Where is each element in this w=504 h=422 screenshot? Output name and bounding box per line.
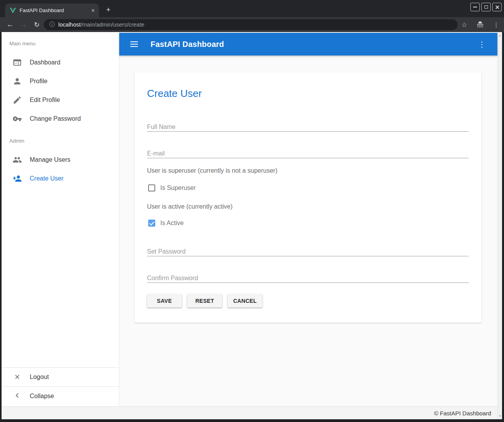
browser-window: FastAPI Dashboard ✕ + ← → ↻ ⓘ localhost/… [0,0,504,422]
tab-title: FastAPI Dashboard [20,7,88,13]
key-icon [13,114,22,123]
confirm-password-field-wrap [147,274,469,283]
browser-toolbar: ← → ↻ ⓘ localhost/main/admin/users/creat… [0,17,504,32]
browser-tab[interactable]: FastAPI Dashboard ✕ [5,4,99,17]
email-input[interactable] [147,149,469,158]
page-footer: © FastAPI Dashboard [2,406,497,419]
window-maximize-button[interactable] [481,3,491,11]
scrollbar-up-icon[interactable]: ▲ [498,34,502,37]
is-superuser-checkbox[interactable]: Is Superuser [147,183,469,193]
app-bar-title: FastAPI Dashboard [151,40,224,49]
sidebar-section-admin: Admin [9,138,119,145]
back-button[interactable]: ← [5,20,16,29]
full-name-field-wrap [147,122,469,132]
sidebar-item-label: Manage Users [30,156,70,163]
full-name-input[interactable] [147,122,469,132]
vue-logo-icon [10,8,16,13]
reload-button[interactable]: ↻ [31,21,42,29]
page-title: Create User [147,72,469,99]
sidebar-item-logout[interactable]: ✕ Logout [2,368,119,386]
sidebar-item-label: Profile [30,78,47,85]
sidebar-item-label: Create User [30,175,63,182]
sidebar-bottom: ✕ Logout Collapse [2,367,119,406]
hamburger-menu-icon[interactable] [130,41,138,47]
bookmark-star-icon[interactable]: ☆ [461,21,467,29]
checkbox-unchecked-icon[interactable] [148,184,155,191]
sidebar-item-label: Collapse [30,393,54,400]
tab-close-icon[interactable]: ✕ [91,8,95,13]
copyright-text: © FastAPI Dashboard [434,410,491,417]
sidebar-item-profile[interactable]: Profile [2,72,119,91]
scrollbar-down-icon[interactable]: ▼ [498,415,502,417]
sidebar-item-label: Dashboard [30,59,60,66]
sidebar-item-dashboard[interactable]: Dashboard [2,53,119,72]
create-user-card: Create User User is superuser (currently… [135,72,481,323]
dashboard-icon [13,58,22,67]
forward-button[interactable]: → [18,20,29,29]
email-field-wrap [147,149,469,158]
sidebar-item-label: Logout [30,374,49,381]
set-password-field-wrap [147,247,469,256]
logout-x-icon: ✕ [13,373,22,381]
cancel-button[interactable]: CANCEL [228,294,262,308]
set-password-input[interactable] [147,247,469,256]
window-close-button[interactable] [492,3,502,11]
people-icon [13,155,22,165]
superuser-hint: User is superuser (currently is not a su… [147,168,469,174]
person-icon [13,77,22,86]
site-info-icon[interactable]: ⓘ [49,21,55,28]
sidebar-item-manage-users[interactable]: Manage Users [2,150,119,169]
sidebar-item-label: Edit Profile [30,97,60,104]
window-controls [470,3,502,11]
is-active-checkbox[interactable]: Is Active [147,218,469,228]
maximize-icon [484,5,488,9]
confirm-password-input[interactable] [147,274,469,283]
checkbox-label: Is Active [160,220,184,227]
sidebar-item-create-user[interactable]: Create User [2,169,119,188]
sidebar-item-label: Change Password [30,115,81,122]
close-icon [495,5,499,9]
sidebar-section-main-menu: Main menu [9,41,119,48]
incognito-icon [476,21,484,29]
browser-tab-strip: FastAPI Dashboard ✕ + [0,0,504,17]
sidebar: Main menu Dashboard Profile Edit Profile [2,32,119,406]
active-hint: User is active (currently active) [147,204,469,210]
checkbox-label: Is Superuser [160,184,196,191]
pencil-icon [13,95,22,105]
main-content: Create User User is superuser (currently… [119,55,497,406]
sidebar-item-collapse[interactable]: Collapse [2,387,119,406]
sidebar-item-edit-profile[interactable]: Edit Profile [2,91,119,109]
page-scrollbar[interactable]: ▲ ▼ [497,32,502,419]
chevron-left-icon [13,391,22,402]
person-add-icon [13,174,22,183]
checkbox-checked-icon[interactable] [148,220,155,227]
save-button[interactable]: SAVE [147,294,182,308]
url-text: localhost/main/admin/users/create [58,21,144,28]
app-bar: FastAPI Dashboard ⋮ [119,33,497,55]
minimize-icon [473,7,477,7]
url-path: /main/admin/users/create [81,21,144,28]
new-tab-button[interactable]: + [103,5,113,15]
window-minimize-button[interactable] [470,3,480,11]
form-actions: SAVE RESET CANCEL [147,294,469,308]
address-bar[interactable]: ⓘ localhost/main/admin/users/create [44,19,457,30]
url-host: localhost [58,21,81,28]
browser-menu-kebab-icon[interactable]: ⋮ [493,21,499,29]
reset-button[interactable]: RESET [187,294,222,308]
page-viewport: Main menu Dashboard Profile Edit Profile [2,32,502,419]
sidebar-item-change-password[interactable]: Change Password [2,109,119,128]
app-bar-kebab-icon[interactable]: ⋮ [478,40,486,49]
toolbar-right-icons: ☆ ⋮ [461,17,499,32]
